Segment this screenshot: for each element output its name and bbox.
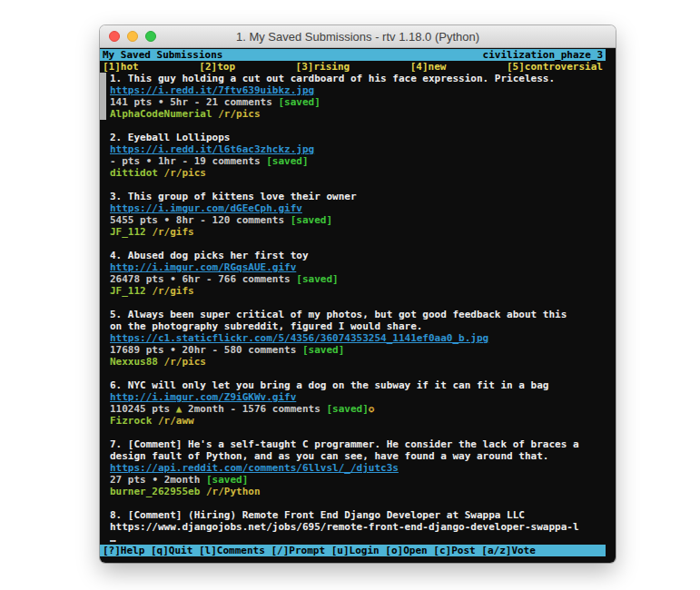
score-separator: •: [170, 273, 176, 285]
submission-score-line: 27 pts • 2month [saved]: [100, 474, 606, 486]
close-button[interactable]: [109, 31, 120, 42]
tab-2[interactable]: [2]top: [199, 61, 235, 73]
score-points: 110245 pts: [110, 403, 170, 415]
score-points: - pts: [110, 155, 140, 167]
author-name[interactable]: AlphaCodeNumerial: [110, 108, 212, 120]
score-points: 141 pts: [110, 96, 152, 108]
subreddit-name[interactable]: /r/pics: [218, 108, 260, 120]
window-titlebar[interactable]: 1. My Saved Submissions - rtv 1.18.0 (Py…: [100, 25, 616, 48]
submission-byline: JF_112 /r/gifs: [100, 226, 606, 238]
score-separator: •: [158, 96, 164, 108]
submission[interactable]: 3. This group of kittens love their owne…: [100, 191, 616, 238]
tab-row: [1]hot[2]top[3]rising[4]new[5]controvers…: [100, 61, 606, 73]
author-name[interactable]: JF_112: [110, 226, 146, 238]
author-name[interactable]: Fizrock: [110, 415, 152, 427]
upvote-arrow-icon: ▲: [176, 403, 182, 415]
score-separator: •: [146, 155, 153, 167]
help-hint-1: [q]Quit: [151, 545, 192, 556]
help-bar: [?]Help [q]Quit [l]Comments [/]Prompt [u…: [100, 545, 606, 556]
submission-title: 7. [Comment] He's a self-taught C progra…: [100, 438, 606, 450]
score-points: 27 pts: [110, 474, 146, 486]
saved-badge: [saved]: [266, 155, 308, 167]
submission-url[interactable]: https://api.reddit.com/comments/6llvsl/_…: [100, 462, 606, 474]
submission-byline: dittidot /r/pics: [100, 167, 606, 179]
help-hint-3: [/]Prompt: [271, 545, 325, 556]
score-points: 5455 pts: [110, 214, 158, 226]
score-age-comments: 1hr - 19 comments: [158, 155, 261, 167]
submission-list: 1. This guy holding a cut out cardboard …: [100, 73, 616, 545]
author-name[interactable]: dittidot: [110, 167, 158, 179]
subreddit-name[interactable]: /r/aww: [158, 415, 194, 427]
submission-title: 3. This group of kittens love their owne…: [100, 191, 606, 202]
submission[interactable]: 2. Eyeball Lollipopshttps://i.redd.it/l6…: [100, 132, 616, 179]
score-separator: •: [164, 214, 171, 226]
help-hint-0: [?]Help: [103, 545, 144, 556]
window-title: 1. My Saved Submissions - rtv 1.18.0 (Py…: [100, 30, 616, 44]
subreddit-name[interactable]: /r/gifs: [152, 285, 193, 297]
submission-byline: Nexxus88 /r/pics: [100, 356, 606, 368]
traffic-lights: [109, 31, 156, 42]
truncation-ellipsis: …: [100, 533, 606, 545]
submission-score-line: 110245 pts ▲ 2month - 1576 comments [sav…: [100, 403, 606, 415]
submission-url[interactable]: https://c1.staticflickr.com/5/4356/36074…: [100, 332, 606, 344]
saved-badge: [saved]: [278, 96, 320, 108]
saved-badge: [saved]: [296, 273, 338, 285]
score-separator: •: [170, 344, 176, 356]
score-age-comments: 2month: [164, 474, 201, 486]
gilded-icon: ✪: [369, 403, 375, 415]
score-age-comments: 6hr - 766 comments: [182, 273, 290, 285]
submission-score-line: 141 pts • 5hr - 21 comments [saved]: [100, 96, 606, 108]
score-age-comments: 5hr - 21 comments: [170, 96, 272, 108]
submission-url[interactable]: https://i.imgur.com/dGEeCph.gifv: [100, 202, 606, 214]
submission-url[interactable]: http://i.imgur.com/Z9iGKWv.gifv: [100, 391, 606, 403]
submission[interactable]: 8. [Comment] (Hiring) Remote Front End D…: [100, 509, 616, 545]
submission-byline: JF_112 /r/gifs: [100, 285, 606, 297]
author-name[interactable]: burner_262955eb: [110, 486, 200, 497]
selection-cursor: [100, 73, 106, 120]
submission-score-line: 17689 pts • 20hr - 580 comments [saved]: [100, 344, 606, 356]
help-hint-6: [c]Post: [433, 545, 475, 556]
tab-4[interactable]: [4]new: [410, 61, 447, 73]
help-hint-7: [a/z]Vote: [481, 545, 536, 556]
submission-score-line: 26478 pts • 6hr - 766 comments [saved]: [100, 273, 606, 285]
submission-url[interactable]: https://i.redd.it/7ftv639uibkz.jpg: [100, 84, 606, 96]
minimize-button[interactable]: [127, 31, 138, 42]
subreddit-name[interactable]: /r/gifs: [152, 226, 193, 238]
saved-badge: [saved]: [206, 474, 248, 486]
submission-byline: burner_262955eb /r/Python: [100, 486, 606, 497]
submission-title: 2. Eyeball Lollipops: [100, 132, 606, 143]
zoom-button[interactable]: [145, 31, 156, 42]
submission[interactable]: 4. Abused dog picks her first toyhttp://…: [100, 250, 616, 297]
subreddit-name[interactable]: /r/pics: [164, 356, 206, 368]
status-bar-username: civilization_phaze_3: [483, 49, 603, 61]
author-name[interactable]: Nexxus88: [110, 356, 158, 368]
score-age-comments: 20hr - 580 comments: [182, 344, 296, 356]
submission[interactable]: 1. This guy holding a cut out cardboard …: [100, 73, 616, 120]
submission-title: on the photography subreddit, figured I …: [100, 320, 606, 332]
submission-title: 5. Always been super critical of my phot…: [100, 309, 606, 320]
help-hint-5: [o]Open: [385, 545, 427, 556]
submission-title: 4. Abused dog picks her first toy: [100, 250, 606, 261]
score-age-comments: 2month - 1576 comments: [188, 403, 320, 415]
help-hint-2: [l]Comments: [199, 545, 265, 556]
submission-title: design fault of Python, and as you can s…: [100, 450, 606, 462]
subreddit-name[interactable]: /r/pics: [164, 167, 206, 179]
terminal-screen[interactable]: My Saved Submissions civilization_phaze_…: [100, 48, 616, 563]
saved-badge: [saved]: [302, 344, 344, 356]
submission[interactable]: 7. [Comment] He's a self-taught C progra…: [100, 438, 616, 497]
author-name[interactable]: JF_112: [110, 285, 146, 297]
saved-badge: [saved]: [326, 403, 368, 415]
submission-url[interactable]: http://i.imgur.com/RGqsAUE.gifv: [100, 261, 606, 273]
tab-1[interactable]: [1]hot: [103, 61, 139, 73]
subreddit-name[interactable]: /r/Python: [206, 486, 261, 497]
submission-url[interactable]: https://i.redd.it/l6t6ac3zhckz.jpg: [100, 143, 606, 155]
status-bar: My Saved Submissions civilization_phaze_…: [100, 49, 606, 61]
tab-5[interactable]: [5]controversial: [507, 61, 603, 73]
status-bar-title: My Saved Submissions: [103, 49, 222, 61]
submission[interactable]: 5. Always been super critical of my phot…: [100, 309, 616, 368]
submission-title: 8. [Comment] (Hiring) Remote Front End D…: [100, 509, 606, 521]
tab-3[interactable]: [3]rising: [296, 61, 350, 73]
submission[interactable]: 6. NYC will only let you bring a dog on …: [100, 379, 616, 427]
score-age-comments: 8hr - 120 comments: [176, 214, 284, 226]
submission-title: 1. This guy holding a cut out cardboard …: [100, 73, 606, 84]
